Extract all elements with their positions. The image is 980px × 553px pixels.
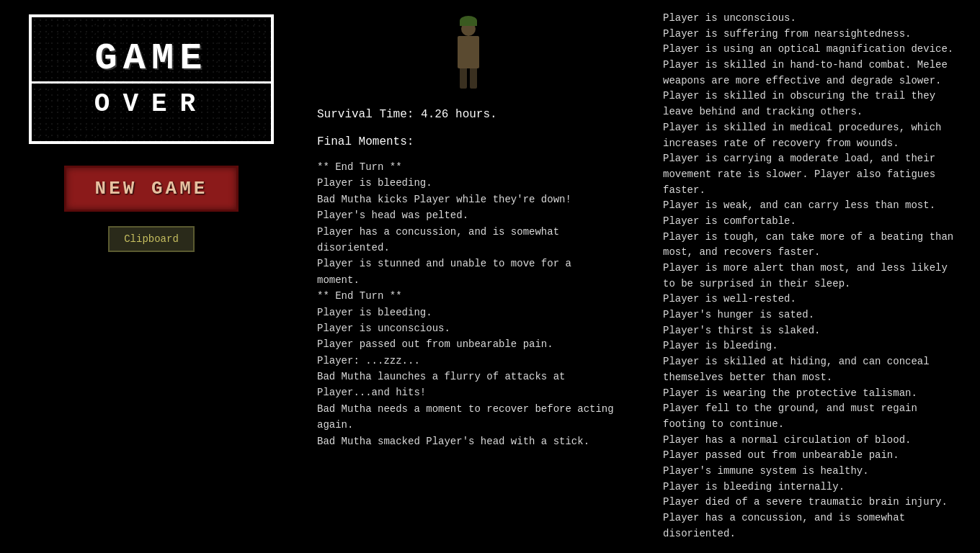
log-entry: Bad Mutha kicks Player while they're dow… (317, 192, 620, 207)
status-item: Player fell to the ground, and must rega… (663, 401, 966, 432)
log-entry: Player is stunned and unable to move for… (317, 256, 620, 288)
sprite-body (458, 36, 479, 68)
sprite-legs (447, 68, 490, 89)
sprite-leg-left (460, 68, 467, 89)
log-entry: Bad Mutha smacked Player's head with a s… (317, 433, 620, 449)
status-item: Player is tough, can take more of a beat… (663, 230, 966, 261)
status-item: Player is carrying a moderate load, and … (663, 151, 966, 198)
log-entry: Bad Mutha launches a flurry of attacks a… (317, 369, 620, 401)
status-item: Player is skilled in obscuring the trail… (663, 89, 966, 120)
game-log: ** End Turn **Player is bleeding.Bad Mut… (317, 159, 620, 505)
status-item: Player is comfortable. (663, 214, 966, 230)
status-item: Player is bleeding. (663, 338, 966, 354)
left-panel: GAME OVER NEW GAME Clipboard (0, 0, 303, 553)
log-entry: Player is bleeding. (317, 305, 620, 320)
log-entry: Player passed out from unbearable pain. (317, 336, 620, 352)
status-item: Player is skilled in hand-to-hand combat… (663, 58, 966, 89)
player-sprite (447, 22, 490, 94)
log-entry: Player has a concussion, and is somewhat… (317, 224, 620, 256)
log-entry: Player: ...zzz... (317, 353, 620, 369)
log-entry: ** End Turn ** (317, 159, 620, 175)
log-entry: Player is bleeding. (317, 175, 620, 191)
status-item: Player's immune system is healthy. (663, 464, 966, 480)
status-item: Player is wearing the protective talisma… (663, 386, 966, 402)
status-item: Player is bleeding internally. (663, 480, 966, 495)
status-item: Player's hunger is sated. (663, 307, 966, 323)
status-item: Player is skilled at hiding, and can con… (663, 354, 966, 385)
right-panel: Player is unconscious.Player is sufferin… (649, 0, 980, 553)
clipboard-button[interactable]: Clipboard (108, 226, 195, 252)
status-item: Player is unconscious. (663, 11, 966, 27)
sprite-head (461, 22, 476, 36)
new-game-button[interactable]: NEW GAME (64, 166, 239, 212)
status-item: Player is skilled in medical procedures,… (663, 120, 966, 151)
log-entry: Bad Mutha needs a moment to recover befo… (317, 401, 620, 433)
status-list: Player is unconscious.Player is sufferin… (663, 11, 966, 541)
survival-time: Survival Time: 4.26 hours. (317, 108, 620, 121)
character-sprite (317, 22, 620, 94)
sprite-leg-right (470, 68, 477, 89)
status-item: Player is using an optical magnification… (663, 42, 966, 58)
status-item: Player has a concussion, and is somewhat… (663, 511, 966, 541)
game-title-text: GAME (95, 40, 208, 78)
log-entry: ** End Turn ** (317, 288, 620, 304)
over-title-text: OVER (32, 81, 271, 119)
status-item: Player's thirst is slaked. (663, 323, 966, 339)
game-over-logo: GAME OVER (29, 14, 274, 144)
status-item: Player died of a severe traumatic brain … (663, 495, 966, 511)
status-item: Player is suffering from nearsightedness… (663, 27, 966, 42)
status-item: Player is more alert than most, and less… (663, 261, 966, 292)
status-item: Player is weak, and can carry less than … (663, 198, 966, 214)
log-entry: Player is unconscious. (317, 320, 620, 336)
middle-panel: Survival Time: 4.26 hours. Final Moments… (303, 0, 634, 553)
log-entry: Player's head was pelted. (317, 207, 620, 223)
final-moments-label: Final Moments: (317, 135, 620, 148)
status-item: Player has a normal circulation of blood… (663, 433, 966, 449)
status-item: Player passed out from unbearable pain. (663, 448, 966, 464)
status-item: Player is well-rested. (663, 292, 966, 307)
